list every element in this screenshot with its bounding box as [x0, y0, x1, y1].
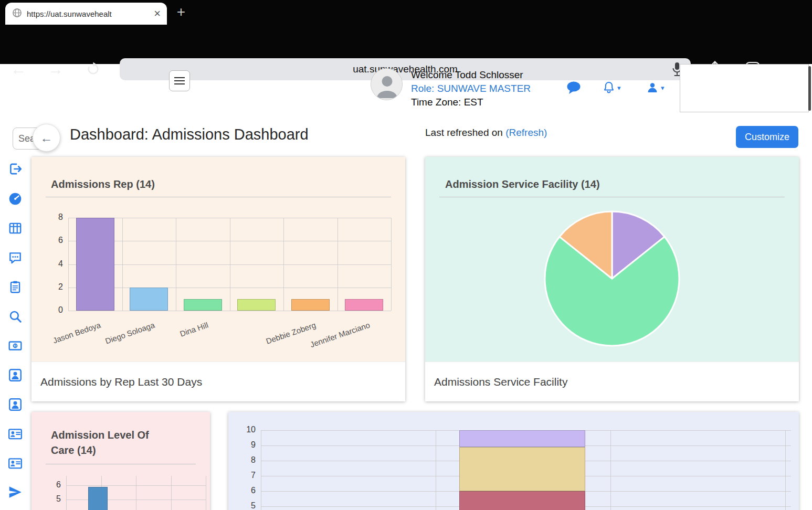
- url-bar[interactable]: uat.sunwavehealth.com: [120, 58, 691, 80]
- bar[interactable]: [88, 487, 108, 510]
- card-divider: [439, 197, 785, 197]
- gridline: [176, 218, 176, 311]
- chevron-down-icon: ▾: [617, 84, 621, 92]
- y-tick-label: 5: [42, 494, 61, 504]
- bar[interactable]: [237, 299, 276, 311]
- role-link[interactable]: Role: SUNWAVE MASTER: [411, 82, 531, 95]
- new-tab-button[interactable]: +: [172, 3, 190, 21]
- card-footer: Admissions by Rep Last 30 Days: [31, 362, 405, 401]
- chat-icon[interactable]: [566, 80, 582, 97]
- y-tick-label: 0: [44, 305, 63, 315]
- notifications-bell-icon[interactable]: [602, 81, 616, 97]
- y-tick-label: 6: [44, 236, 63, 245]
- y-tick-label: 6: [237, 486, 256, 495]
- gridline: [171, 476, 172, 510]
- dashboard-icon[interactable]: [8, 192, 23, 206]
- billing-icon[interactable]: [8, 338, 23, 353]
- back-button[interactable]: ←: [8, 59, 28, 79]
- stacked-bar-segment-2[interactable]: [459, 447, 585, 491]
- scrollbar-thumb[interactable]: [808, 66, 811, 111]
- user-info: Welcome Todd Schlosser Role: SUNWAVE MAS…: [411, 68, 531, 109]
- forms-icon[interactable]: [8, 280, 23, 294]
- bar[interactable]: [184, 299, 222, 311]
- gridline: [230, 218, 230, 311]
- gridline: [391, 218, 392, 311]
- pie-chart: [539, 205, 686, 352]
- bar[interactable]: [345, 299, 383, 311]
- gridline: [206, 476, 206, 510]
- bar[interactable]: [76, 218, 114, 311]
- y-tick-label: 7: [237, 471, 256, 480]
- sidebar-collapse-button[interactable]: ←: [33, 124, 60, 152]
- y-tick-label: 10: [237, 425, 256, 434]
- messages-icon[interactable]: [8, 250, 23, 265]
- avatar[interactable]: [371, 68, 403, 100]
- card-title: Admissions Rep (14): [51, 177, 155, 192]
- patient-card-icon[interactable]: [8, 427, 23, 441]
- last-refreshed: Last refreshed on (Refresh): [425, 127, 547, 139]
- header-dropdown-panel: [680, 64, 809, 112]
- search-icon[interactable]: [8, 309, 23, 324]
- welcome-text: Welcome Todd Schlosser: [411, 68, 531, 82]
- staff-card-icon[interactable]: [8, 456, 23, 471]
- forward-button[interactable]: →: [46, 59, 66, 79]
- gridline: [136, 476, 136, 510]
- page-title: Dashboard: Admissions Dashboard: [70, 126, 309, 143]
- card-title: Admission Level Of Care (14): [51, 428, 174, 458]
- tab-close-icon[interactable]: ×: [154, 8, 161, 19]
- bar[interactable]: [291, 299, 330, 311]
- stacked-bar-segment-1[interactable]: [459, 430, 585, 447]
- gridline: [610, 430, 611, 510]
- last-refreshed-text: Last refreshed on: [425, 127, 505, 138]
- browser-toolbar: ← → uat.sunwavehealth.com 1: [0, 25, 812, 64]
- gridline: [66, 476, 67, 510]
- census-icon[interactable]: [8, 221, 23, 236]
- y-tick-label: 6: [42, 480, 61, 490]
- card-divider: [46, 197, 391, 197]
- gridline: [338, 218, 338, 311]
- gridline: [436, 430, 436, 510]
- card-title: Admission Service Facility (14): [445, 177, 600, 192]
- chevron-down-icon: ▾: [661, 84, 665, 92]
- stacked-bar-segment-3[interactable]: [459, 491, 585, 510]
- y-tick-label: 9: [237, 440, 256, 450]
- card-admission-level-of-care: Admission Level Of Care (14) 65: [31, 412, 210, 510]
- globe-icon: [12, 8, 22, 20]
- y-tick-label: 8: [237, 455, 256, 465]
- bar[interactable]: [130, 288, 168, 311]
- y-tick-label: 8: [44, 212, 63, 222]
- browser-tab-bar: https://uat.sunwavehealt × +: [0, 0, 812, 25]
- card-footer: Admissions Service Facility: [425, 362, 799, 401]
- gridline: [122, 218, 123, 311]
- gridline: [283, 218, 284, 311]
- gridline: [68, 311, 391, 311]
- travel-icon[interactable]: [8, 485, 23, 500]
- y-tick-label: 5: [237, 501, 256, 510]
- y-tick-label: 2: [44, 282, 63, 292]
- browser-tab[interactable]: https://uat.sunwavehealt ×: [5, 3, 167, 25]
- reload-button[interactable]: [85, 61, 102, 78]
- contacts-icon[interactable]: [8, 397, 23, 412]
- timezone-text: Time Zone: EST: [411, 95, 531, 109]
- gridline: [785, 430, 786, 510]
- patients-icon[interactable]: [8, 368, 23, 382]
- card-admissions-rep: Admissions Rep (14) Admissions by Rep La…: [31, 157, 405, 401]
- tab-title: https://uat.sunwavehealt: [27, 9, 154, 18]
- sign-out-icon[interactable]: [8, 162, 23, 176]
- card-admission-service-facility: Admission Service Facility (14) Admissio…: [425, 157, 799, 401]
- account-icon[interactable]: [646, 81, 659, 97]
- refresh-link[interactable]: (Refresh): [505, 127, 547, 138]
- menu-button[interactable]: [169, 70, 190, 91]
- gridline: [68, 218, 69, 311]
- card-stacked-chart: 1098765: [228, 412, 799, 510]
- y-tick-label: 4: [44, 259, 63, 269]
- card-divider: [46, 464, 196, 464]
- gridline: [261, 430, 261, 510]
- customize-button[interactable]: Customize: [736, 126, 798, 148]
